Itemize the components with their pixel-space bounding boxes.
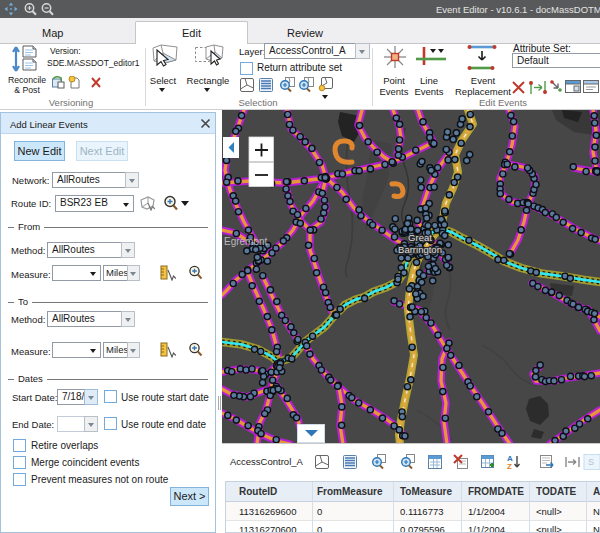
svg-text:S: S <box>588 457 594 467</box>
svg-text:Great: Great <box>408 232 432 243</box>
svg-text:Barrington: Barrington <box>398 244 442 255</box>
svg-text:Egremont: Egremont <box>224 236 268 247</box>
svg-text:Z: Z <box>507 462 512 471</box>
